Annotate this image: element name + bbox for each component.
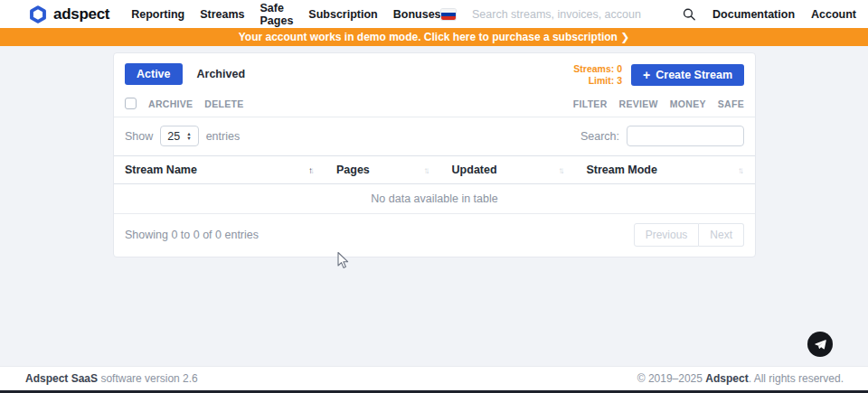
- table-search-label: Search:: [580, 130, 619, 143]
- demo-banner-text: Your account works in demo mode. Click h…: [239, 31, 630, 43]
- bulk-actions: ARCHIVE DELETE: [125, 98, 244, 109]
- show-label: Show: [125, 130, 153, 143]
- money-link[interactable]: MONEY: [670, 98, 706, 109]
- tab-active[interactable]: Active: [125, 63, 183, 85]
- nav-item-subscription[interactable]: Subscription: [308, 8, 377, 21]
- column-label: Pages: [336, 164, 370, 176]
- copyright-rest: . All rights reserved.: [749, 372, 844, 385]
- adspect-logo[interactable]: adspect: [29, 5, 109, 23]
- table-search-control: Search:: [580, 126, 744, 146]
- table-controls: Show 25 ▲▼ entries Search:: [114, 117, 755, 155]
- footer-version-text: software version 2.6: [98, 372, 198, 385]
- top-navbar: adspect Reporting Streams Safe Pages Sub…: [0, 0, 868, 28]
- streams-card: Active Archived Streams: 0 Limit: 3 + Cr…: [113, 52, 756, 257]
- entries-control: Show 25 ▲▼ entries: [125, 126, 240, 146]
- column-stream-mode[interactable]: Stream Mode ↑↓: [575, 156, 755, 184]
- sort-icon-stream-mode: ↑↓: [738, 165, 744, 175]
- telegram-chat-button[interactable]: [807, 332, 833, 357]
- card-header-right: Streams: 0 Limit: 3 + Create Stream: [573, 63, 744, 87]
- stream-tabs: Active Archived: [125, 63, 245, 85]
- empty-message: No data available in table: [114, 184, 755, 214]
- pagination: Previous Next: [634, 223, 744, 247]
- nav-item-reporting[interactable]: Reporting: [131, 8, 184, 21]
- card-footer: Showing 0 to 0 of 0 entries Previous Nex…: [114, 214, 755, 257]
- create-stream-button[interactable]: + Create Stream: [631, 64, 744, 86]
- safe-link[interactable]: SAFE: [718, 98, 744, 109]
- global-search-input[interactable]: [472, 8, 641, 21]
- footer-brand: Adspect SaaS: [25, 372, 98, 385]
- table-header-row: Stream Name ↑↓ Pages ↑↓ Updated ↑↓ Strea…: [114, 156, 755, 184]
- filter-links: FILTER REVIEW MONEY SAFE: [573, 98, 744, 109]
- column-updated[interactable]: Updated ↑↓: [441, 156, 576, 184]
- sort-icon-updated: ↑↓: [558, 165, 564, 175]
- copyright-years: © 2019–2025: [637, 372, 706, 385]
- column-label: Updated: [452, 164, 497, 176]
- quota-info: Streams: 0 Limit: 3: [573, 63, 622, 87]
- nav-item-streams[interactable]: Streams: [200, 8, 244, 21]
- delete-action[interactable]: DELETE: [204, 98, 243, 109]
- bulk-toolbar: ARCHIVE DELETE FILTER REVIEW MONEY SAFE: [114, 93, 755, 117]
- column-stream-name[interactable]: Stream Name ↑↓: [114, 156, 326, 184]
- select-all-checkbox[interactable]: [125, 98, 137, 109]
- review-link[interactable]: REVIEW: [619, 98, 658, 109]
- adspect-hexagon-icon: [29, 5, 47, 23]
- entries-value: 25: [167, 130, 180, 143]
- copyright-brand: Adspect: [705, 372, 748, 385]
- plus-icon: +: [643, 70, 650, 80]
- demo-mode-banner[interactable]: Your account works in demo mode. Click h…: [0, 28, 868, 46]
- sort-icon-pages: ↑↓: [424, 165, 430, 175]
- nav-item-bonuses[interactable]: Bonuses: [393, 8, 441, 21]
- showing-entries-info: Showing 0 to 0 of 0 entries: [125, 229, 259, 241]
- nav-item-safe-pages[interactable]: Safe Pages: [260, 2, 294, 27]
- next-page-button[interactable]: Next: [699, 223, 744, 247]
- create-stream-label: Create Stream: [656, 69, 732, 81]
- column-label: Stream Mode: [586, 164, 657, 176]
- logo-text: adspect: [53, 5, 109, 23]
- telegram-plane-icon: [814, 338, 827, 351]
- navbar-right: Documentation Account Sign Out: [441, 2, 868, 27]
- archive-action[interactable]: ARCHIVE: [148, 98, 193, 109]
- column-label: Stream Name: [125, 164, 197, 176]
- nav-item-documentation[interactable]: Documentation: [712, 8, 795, 21]
- card-header: Active Archived Streams: 0 Limit: 3 + Cr…: [114, 53, 755, 93]
- main-content: Active Archived Streams: 0 Limit: 3 + Cr…: [0, 46, 868, 366]
- page-footer: Adspect SaaS software version 2.6 © 2019…: [0, 366, 868, 390]
- previous-page-button[interactable]: Previous: [634, 223, 700, 247]
- tab-archived[interactable]: Archived: [197, 68, 246, 80]
- search-icon[interactable]: [683, 7, 696, 22]
- column-pages[interactable]: Pages ↑↓: [326, 156, 441, 184]
- main-nav: Reporting Streams Safe Pages Subscriptio…: [131, 2, 440, 27]
- empty-row: No data available in table: [114, 184, 755, 214]
- footer-version: Adspect SaaS software version 2.6: [25, 372, 198, 385]
- quota-limit: Limit: 3: [573, 75, 622, 87]
- nav-item-account[interactable]: Account: [811, 8, 856, 21]
- quota-streams: Streams: 0: [573, 63, 622, 75]
- entries-select[interactable]: 25 ▲▼: [160, 126, 198, 146]
- select-updown-icon: ▲▼: [186, 132, 191, 140]
- footer-copyright: © 2019–2025 Adspect. All rights reserved…: [637, 372, 844, 385]
- entries-suffix: entries: [206, 130, 241, 143]
- sort-icon-stream-name: ↑↓: [308, 165, 315, 175]
- filter-link[interactable]: FILTER: [573, 98, 608, 109]
- streams-table: Stream Name ↑↓ Pages ↑↓ Updated ↑↓ Strea…: [114, 155, 755, 214]
- language-flag-russia-icon[interactable]: [441, 9, 456, 20]
- table-search-input[interactable]: [627, 126, 744, 146]
